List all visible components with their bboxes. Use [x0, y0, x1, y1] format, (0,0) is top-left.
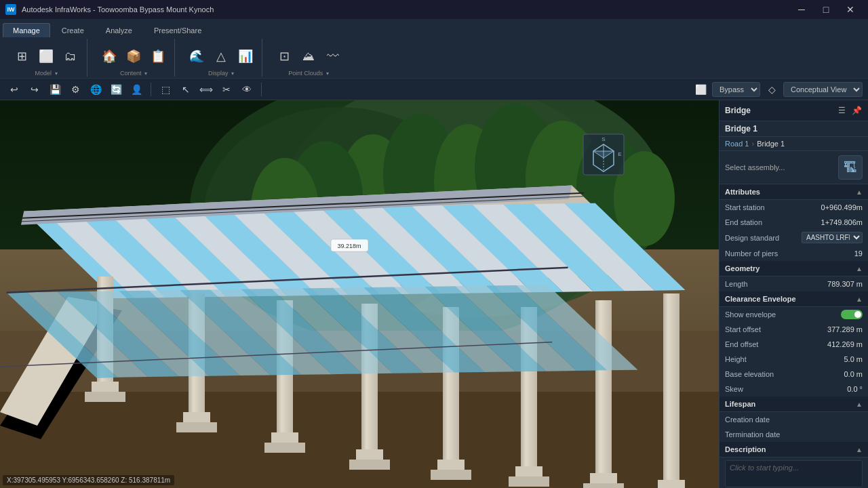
ribbon-btn-model-1[interactable]: ⊞	[11, 45, 33, 67]
bypass-select[interactable]: Bypass	[712, 82, 760, 97]
section-header-lifespan[interactable]: Lifespan ▲	[719, 396, 868, 412]
measure-btn[interactable]: ⟺	[197, 81, 215, 98]
panel-header-icons: ☰ 📌	[835, 104, 863, 117]
undo-button[interactable]: ↩	[5, 81, 23, 98]
ribbon-group-pointclouds-buttons: ⊡ ⛰ 〰	[273, 45, 344, 67]
settings-button[interactable]: ⚙	[66, 81, 84, 98]
ribbon-group-content-label: Content ▾	[120, 70, 147, 77]
toolbar-row: ↩ ↪ 💾 ⚙ 🌐 🔄 👤 ⬚ ↖ ⟺ ✂ 👁 ⬜ Bypass ◇ Conce…	[0, 79, 868, 100]
breadcrumb: Road 1 › Bridge 1	[719, 137, 868, 151]
lifespan-fields: Creation date Termination date	[719, 412, 868, 442]
breadcrumb-bridge: Bridge 1	[757, 140, 785, 148]
view-mode-icon[interactable]: ◇	[763, 81, 781, 98]
save-button[interactable]: 💾	[46, 81, 64, 98]
window-title: Autodesk InfraWorks - Toowoomba Bypass M…	[22, 5, 789, 14]
show-envelope-toggle[interactable]	[841, 310, 863, 319]
ribbon-btn-content-1[interactable]: 🏠	[98, 45, 120, 67]
ribbon-btn-pc-3[interactable]: 〰	[322, 45, 344, 67]
ribbon-btn-content-3[interactable]: 📋	[147, 45, 169, 67]
svg-rect-60	[509, 476, 549, 487]
prop-show-envelope: Show envelope	[719, 307, 868, 322]
section-header-geometry[interactable]: Geometry ▲	[719, 261, 868, 277]
breadcrumb-road[interactable]: Road 1	[725, 140, 749, 148]
prop-height: Height 5.0 m	[719, 352, 868, 367]
panel-pin-icon[interactable]: 📌	[850, 104, 863, 117]
ribbon: Manage Create Analyze Present/Share ⊞ ⬜ …	[0, 19, 868, 79]
panel-title: Bridge	[725, 106, 751, 115]
svg-text:E: E	[618, 151, 621, 157]
viewport[interactable]: 39.218m S E X:397305.495953 Y:6956343.65…	[0, 100, 719, 488]
ribbon-group-model-label: Model ▾	[35, 70, 57, 77]
panel-list-icon[interactable]: ☰	[835, 104, 848, 117]
lifespan-chevron: ▲	[856, 401, 863, 408]
minimize-button[interactable]: ─	[789, 0, 814, 19]
tab-analyze[interactable]: Analyze	[96, 23, 142, 37]
ribbon-btn-display-3[interactable]: 📊	[235, 45, 256, 67]
ribbon-btn-model-3[interactable]: 🗂	[60, 45, 81, 67]
refresh-button[interactable]: 🔄	[107, 81, 125, 98]
assembly-icon[interactable]: 🏗	[838, 155, 863, 180]
ribbon-btn-display-1[interactable]: 🌊	[186, 45, 208, 67]
description-input[interactable]: Click to start typing...	[725, 460, 863, 487]
pc-dropdown-arrow: ▾	[326, 70, 329, 77]
ribbon-btn-content-2[interactable]: 📦	[123, 45, 144, 67]
tab-create[interactable]: Create	[52, 23, 94, 37]
svg-rect-51	[264, 443, 305, 453]
display-dropdown-arrow: ▾	[231, 70, 234, 77]
window-controls: ─ □ ✕	[789, 0, 863, 19]
svg-text:S: S	[601, 136, 605, 142]
prop-num-piers: Number of piers 19	[719, 246, 868, 261]
section-header-attributes[interactable]: Attributes ▲	[719, 184, 868, 200]
view-icon-btn[interactable]: ⬜	[692, 81, 709, 98]
bridge-name: Bridge 1	[719, 121, 868, 137]
prop-termination-date: Termination date	[719, 427, 868, 442]
main-area: 39.218m S E X:397305.495953 Y:6956343.65…	[0, 100, 868, 488]
ribbon-group-display-label: Display ▾	[208, 70, 234, 77]
svg-rect-48	[176, 422, 217, 432]
assembly-row: Select assembly... 🏗	[719, 151, 868, 184]
assembly-label: Select assembly...	[725, 163, 833, 171]
svg-rect-64	[663, 293, 679, 483]
prop-start-station: Start station 0+960.499m	[719, 200, 868, 215]
section-header-description[interactable]: Description ▲	[719, 442, 868, 458]
maximize-button[interactable]: □	[814, 0, 838, 19]
section-header-clearance[interactable]: Clearance Envelope ▲	[719, 291, 868, 307]
svg-rect-65	[658, 480, 685, 488]
prop-end-offset: End offset 412.269 m	[719, 337, 868, 352]
online-button[interactable]: 🌐	[87, 81, 104, 98]
ribbon-btn-model-2[interactable]: ⬜	[35, 45, 57, 67]
rectangle-select-btn[interactable]: ⬚	[157, 81, 174, 98]
redo-button[interactable]: ↪	[26, 81, 43, 98]
tab-manage[interactable]: Manage	[3, 23, 50, 37]
toolbar-sep-2	[261, 83, 262, 96]
ribbon-btn-pc-1[interactable]: ⊡	[273, 45, 295, 67]
viewport-scene: 39.218m S E	[0, 100, 719, 488]
prop-creation-date: Creation date	[719, 412, 868, 427]
toolbar-right: ⬜ Bypass ◇ Conceptual View	[692, 81, 863, 98]
section-cut-btn[interactable]: ✂	[218, 81, 235, 98]
close-button[interactable]: ✕	[838, 0, 863, 19]
svg-rect-61	[595, 300, 612, 476]
panel-header: Bridge ☰ 📌	[719, 100, 868, 121]
prop-start-offset: Start offset 377.289 m	[719, 322, 868, 337]
titlebar: IW Autodesk InfraWorks - Toowoomba Bypas…	[0, 0, 868, 19]
svg-text:39.218m: 39.218m	[337, 243, 361, 249]
geometry-fields: Length 789.307 m	[719, 277, 868, 291]
look-btn[interactable]: 👁	[238, 81, 256, 98]
toolbar-sep-1	[151, 83, 151, 96]
view-mode-select[interactable]: Conceptual View	[783, 82, 863, 97]
ribbon-btn-pc-2[interactable]: ⛰	[298, 45, 319, 67]
ribbon-group-model: ⊞ ⬜ 🗂 Model ▾	[5, 39, 87, 77]
ribbon-group-pointclouds: ⊡ ⛰ 〰 Point Clouds ▾	[268, 39, 349, 77]
prop-skew: Skew 0.0 °	[719, 382, 868, 396]
svg-rect-63	[583, 483, 624, 488]
user-button[interactable]: 👤	[127, 81, 145, 98]
ribbon-btn-display-2[interactable]: △	[210, 45, 232, 67]
ribbon-group-content: 🏠 📦 📋 Content ▾	[93, 39, 175, 77]
tab-present-share[interactable]: Present/Share	[144, 23, 212, 37]
arrow-select-btn[interactable]: ↖	[177, 81, 195, 98]
design-standard-select[interactable]: AASHTO LRFD	[802, 232, 863, 243]
right-panel: Bridge ☰ 📌 Bridge 1 Road 1 › Bridge 1 Se…	[719, 100, 868, 488]
breadcrumb-separator: ›	[751, 140, 754, 148]
ribbon-group-content-buttons: 🏠 📦 📋	[98, 45, 169, 67]
